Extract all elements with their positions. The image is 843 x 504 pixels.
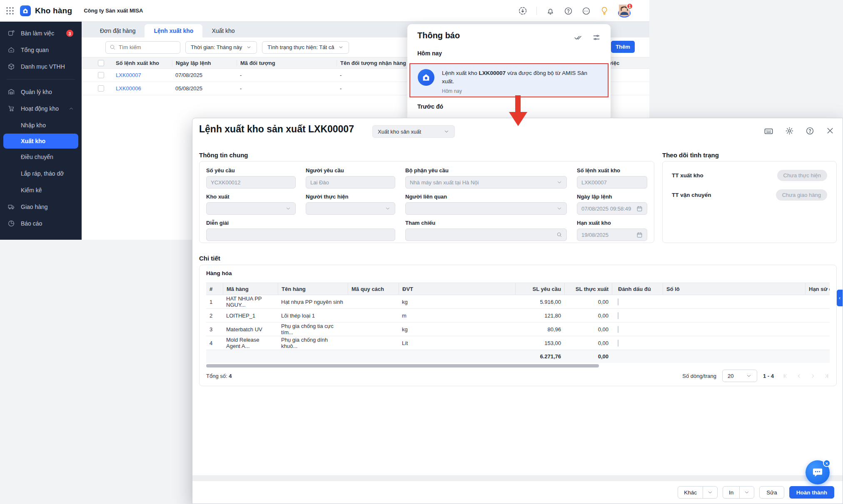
so-lenh-xuat-kho-input[interactable] bbox=[581, 179, 643, 186]
table-row[interactable]: 1 HAT NHUA PP NGUY... Hạt nhựa PP nguyên… bbox=[206, 295, 830, 309]
sidebar-item-danh-muc-vthh[interactable]: Danh mục VTHH bbox=[0, 58, 82, 75]
sidebar-item-kiem-ke[interactable]: Kiểm kê bbox=[0, 182, 82, 199]
mark-complete-checkbox[interactable] bbox=[618, 326, 619, 333]
chevron-down-icon bbox=[556, 179, 562, 185]
help-icon[interactable] bbox=[806, 127, 814, 136]
chevron-down-icon bbox=[246, 45, 252, 50]
sidebar-item-giao-hang[interactable]: Giao hàng bbox=[0, 199, 82, 215]
help-icon[interactable] bbox=[564, 7, 573, 15]
sync-download-icon[interactable] bbox=[518, 6, 527, 15]
mark-complete-checkbox[interactable] bbox=[618, 298, 619, 305]
tab-hang-hoa[interactable]: Hàng hóa bbox=[206, 270, 232, 276]
in-split-button[interactable]: In bbox=[723, 486, 754, 499]
notification-item-highlighted[interactable]: Lệnh xuất kho LXK00007 vừa được đồng bộ … bbox=[409, 63, 609, 97]
page-title: Kho hàng bbox=[35, 6, 72, 15]
order-date: 05/08/2025 bbox=[172, 85, 237, 92]
khac-button-label[interactable]: Khác bbox=[678, 487, 703, 498]
next-page-icon[interactable] bbox=[810, 373, 816, 379]
mark-all-read-icon[interactable] bbox=[574, 33, 582, 42]
voucher-type-label: Xuất kho sản xuất bbox=[378, 129, 421, 135]
more-options-icon[interactable] bbox=[582, 7, 591, 15]
app-grid-icon[interactable] bbox=[6, 7, 14, 15]
workspace-icon bbox=[7, 30, 16, 37]
status-tracking-card: TT xuất kho Chưa thực hiện TT vận chuyển… bbox=[662, 161, 837, 243]
close-icon[interactable] bbox=[826, 127, 834, 136]
sidebar-item-dieu-chuyen[interactable]: Điều chuyển bbox=[0, 149, 82, 165]
chat-close-icon[interactable]: ✕ bbox=[823, 459, 831, 467]
user-avatar[interactable]: 1 bbox=[618, 5, 631, 17]
sidebar-item-label: Báo cáo bbox=[21, 220, 42, 227]
time-filter-dropdown[interactable]: Thời gian: Tháng này bbox=[185, 41, 257, 54]
chevron-down-icon[interactable] bbox=[739, 487, 754, 498]
scrollbar-thumb[interactable] bbox=[206, 364, 599, 367]
notifications-bell-icon[interactable] bbox=[546, 7, 555, 15]
select-all-checkbox[interactable] bbox=[98, 60, 104, 66]
field-tham-chieu: Tham chiếu bbox=[405, 220, 567, 241]
sidebar-item-lap-rap-thao-do[interactable]: Lắp ráp, tháo dỡ bbox=[0, 165, 82, 182]
kho-xuat-select[interactable] bbox=[206, 202, 296, 215]
nguoi-lien-quan-select[interactable] bbox=[405, 202, 567, 215]
notification-section-earlier: Trước đó bbox=[417, 103, 443, 110]
bo-phan-yeu-cau-select[interactable]: Nhà máy sản xuất tại Hà Nội bbox=[405, 176, 567, 189]
in-button-label[interactable]: In bbox=[723, 487, 739, 498]
last-page-icon[interactable] bbox=[823, 373, 830, 379]
order-code-link[interactable]: LXK00007 bbox=[107, 72, 172, 78]
field-nguoi-thuc-hien: Người thực hiện bbox=[306, 194, 395, 215]
first-page-icon[interactable] bbox=[782, 373, 788, 379]
sidebar-item-hoat-dong-kho[interactable]: Hoạt động kho bbox=[0, 100, 82, 117]
voucher-type-dropdown[interactable]: Xuất kho sản xuất bbox=[372, 125, 455, 138]
sidebar-item-ban-lam-viec[interactable]: Bàn làm việc 3 bbox=[0, 25, 82, 42]
field-nguoi-lien-quan: Người liên quan bbox=[405, 194, 567, 215]
truck-icon bbox=[7, 203, 16, 211]
row-checkbox[interactable] bbox=[98, 72, 104, 78]
tab-don-dat-hang[interactable]: Đơn đặt hàng bbox=[91, 24, 145, 37]
so-yeu-cau-input[interactable] bbox=[211, 179, 291, 186]
ngay-lap-lenh-datepicker[interactable]: 07/08/2025 09:58:49 bbox=[577, 202, 647, 215]
table-row[interactable]: 2 LOITHEP_1 Lõi thép loại 1 m 121,80 0,0… bbox=[206, 309, 830, 323]
hoan-thanh-button[interactable]: Hoàn thành bbox=[789, 486, 834, 499]
tab-lenh-xuat-kho[interactable]: Lệnh xuất kho bbox=[145, 24, 202, 37]
row-checkbox[interactable] bbox=[98, 85, 104, 92]
field-dien-giai: Diễn giải bbox=[206, 220, 395, 241]
mark-complete-checkbox[interactable] bbox=[618, 312, 619, 319]
search-box[interactable] bbox=[105, 41, 180, 54]
sidebar-item-xuat-kho[interactable]: Xuất kho bbox=[3, 134, 78, 149]
sidebar-item-bao-cao[interactable]: Báo cáo bbox=[0, 215, 82, 232]
nguoi-thuc-hien-select[interactable] bbox=[306, 202, 395, 215]
sidebar-item-tong-quan[interactable]: Tổng quan bbox=[0, 42, 82, 58]
tab-xuat-kho[interactable]: Xuất kho bbox=[202, 24, 244, 37]
sidebar-item-quan-ly-kho[interactable]: Quản lý kho bbox=[0, 84, 82, 100]
notification-settings-icon[interactable] bbox=[592, 33, 601, 42]
mark-complete-checkbox[interactable] bbox=[618, 340, 619, 347]
tham-chieu-lookup[interactable] bbox=[405, 228, 567, 241]
sidebar-item-label: Bàn làm việc bbox=[21, 30, 54, 37]
table-row[interactable]: 4 Mold Release Agent A... Phụ gia chống … bbox=[206, 336, 830, 350]
idea-lightbulb-icon[interactable] bbox=[600, 6, 609, 15]
order-code-link[interactable]: LXK00006 bbox=[107, 85, 172, 92]
detail-table-header: # Mã hàng Tên hàng Mã quy cách ĐVT SL yê… bbox=[206, 283, 830, 295]
status-filter-dropdown[interactable]: Tình trạng thực hiện: Tất cả bbox=[262, 41, 349, 54]
add-button[interactable]: Thêm bbox=[611, 41, 635, 53]
sua-button[interactable]: Sửa bbox=[759, 486, 784, 499]
horizontal-scrollbar[interactable] bbox=[206, 364, 830, 367]
rows-per-page-dropdown[interactable]: 20 bbox=[722, 370, 757, 382]
dien-giai-input[interactable] bbox=[211, 232, 391, 238]
sidebar-item-nhap-kho[interactable]: Nhập kho bbox=[0, 117, 82, 134]
table-row[interactable]: 3 Materbatch UV Phụ gia chống tia cực tí… bbox=[206, 323, 830, 336]
search-input[interactable] bbox=[119, 44, 176, 50]
chat-support-button[interactable]: ✕ bbox=[806, 460, 830, 484]
chevron-down-icon[interactable] bbox=[703, 487, 717, 498]
sidebar-divider bbox=[7, 79, 75, 79]
expand-panel-chevron[interactable]: ‹ bbox=[837, 290, 843, 306]
khac-split-button[interactable]: Khác bbox=[678, 486, 718, 499]
red-callout-arrow bbox=[509, 95, 528, 129]
notification-time: Hôm nay bbox=[442, 88, 600, 94]
settings-gear-icon[interactable] bbox=[785, 127, 794, 136]
keyboard-shortcuts-icon[interactable] bbox=[764, 127, 773, 136]
app-logo-icon[interactable] bbox=[20, 5, 31, 16]
list-col-partner-code: Mã đối tượng bbox=[237, 60, 337, 66]
detail-footer: Tổng số: 4 Số dòng/trang 20 1 - 4 bbox=[206, 369, 830, 382]
prev-page-icon[interactable] bbox=[796, 373, 802, 379]
han-xuat-kho-datepicker[interactable]: 19/08/2025 bbox=[577, 228, 647, 241]
nguoi-yeu-cau-input[interactable] bbox=[310, 179, 391, 186]
